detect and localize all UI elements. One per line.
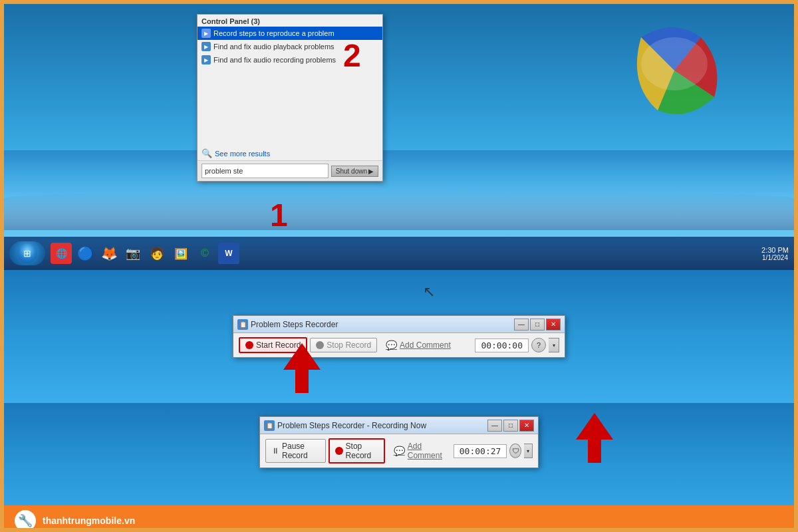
shutdown-button[interactable]: Shut down ▶ [331,166,378,177]
arrow-body-2 [588,440,601,463]
stop-record-red-dot-icon [335,447,343,455]
cp-item-label2: Find and fix audio playback problems [213,43,334,51]
taskbar-icon-chrome[interactable]: 🌐 [51,243,72,264]
psr-timer: 00:00:00 [475,338,529,352]
psr-app-icon: 📋 [237,319,248,330]
psr-recording-toolbar: ⏸ Pause Record Stop Record 💬 Add Comment… [260,434,538,467]
comment-icon: 💬 [386,340,397,350]
shutdown-label: Shut down [336,168,367,175]
taskbar-icon-firefox[interactable]: 🦊 [98,243,120,264]
taskbar: ⊞ 🌐 🔵 🦊 📷 🧑 🖼️ © W 2:30 PM 1/1/2024 [4,237,794,270]
step-label-2: 2 [343,37,361,74]
psr-title: Problem Steps Recorder [251,320,511,329]
psr-minimize-button[interactable]: — [514,319,529,331]
pause-record-button[interactable]: ⏸ Pause Record [265,439,326,463]
shutdown-arrow-icon: ▶ [368,168,374,175]
psr-recording-icon: 📋 [264,420,275,431]
taskbar-icon-7[interactable]: © [194,243,215,264]
cp-divider [198,66,382,146]
pause-label: Pause Record [282,442,320,460]
taskbar-clock: 2:30 PM 1/1/2024 [761,246,789,261]
see-more-link[interactable]: 🔍 See more results [198,146,382,160]
stop-record-active-label: Stop Record [346,442,378,460]
psr-recording-dropdown-button[interactable]: ▾ [524,444,533,458]
step-label-1: 1 [270,197,288,233]
clock-date: 1/1/2024 [761,254,789,261]
psr-window-recording: 📋 Problem Steps Recorder - Recording Now… [259,416,539,468]
cp-item-icon3: ▶ [201,55,211,65]
psr-recording-timer: 00:00:27 [454,444,507,458]
add-comment-label: Add Comment [400,340,451,350]
pause-icon: ⏸ [271,446,279,456]
desktop-landscape [4,150,794,230]
desktop-section: Control Panel (3) ▶ Record steps to repr… [4,4,794,270]
arrow-indicator [283,343,321,393]
see-more-label: See more results [215,150,270,158]
main-container: Control Panel (3) ▶ Record steps to repr… [4,4,794,528]
start-button[interactable]: ⊞ [9,241,45,265]
psr-restore-button[interactable]: □ [530,319,545,331]
search-bar: Shut down ▶ [198,160,382,181]
psr-recording-title: Problem Steps Recorder - Recording Now [277,421,485,430]
stop-record-active-button[interactable]: Stop Record [329,438,385,464]
recorder-active-section: 📋 Problem Steps Recorder - Recording Now… [4,403,794,532]
record-red-dot-icon [245,341,253,349]
psr-recording-controls: — □ ✕ [487,420,534,432]
taskbar-icon-6[interactable]: 🖼️ [170,243,192,264]
psr-recording-minimize-button[interactable]: — [487,420,502,432]
add-comment-recording-button[interactable]: 💬 Add Comment [388,439,451,463]
psr-titlebar: 📋 Problem Steps Recorder — □ ✕ [233,316,565,333]
cp-item-icon2: ▶ [201,42,211,51]
recorder-initial-section: ↖ 📋 Problem Steps Recorder — □ ✕ Start R… [4,270,794,403]
psr-window-controls: — □ ✕ [514,319,561,331]
clock-time: 2:30 PM [761,246,789,254]
search-input[interactable] [201,164,329,178]
psr-dropdown-button[interactable]: ▾ [549,338,559,352]
add-comment-recording-label: Add Comment [408,442,445,460]
psr-recording-help-button[interactable]: 🛡 [509,444,521,458]
cp-item-icon: ▶ [201,29,211,38]
bottom-logo-bar: 🔧 thanhtrungmobile.vn [4,505,794,532]
windows-logo [621,17,754,150]
psr-recording-close-button[interactable]: ✕ [519,420,534,432]
psr-recording-titlebar: 📋 Problem Steps Recorder - Recording Now… [260,417,538,434]
arrow-head-2 [576,413,613,440]
cp-title: Control Panel (3) [198,15,382,27]
arrow-body [295,370,309,393]
stop-record-label: Stop Record [327,340,371,350]
comment-recording-icon: 💬 [394,446,405,456]
taskbar-icon-5[interactable]: 🧑 [146,243,168,264]
search-small-icon: 🔍 [201,148,212,158]
cp-item-label: Record steps to reproduce a problem [213,29,334,37]
svg-point-0 [641,37,708,90]
psr-help-button[interactable]: ? [531,338,546,352]
add-comment-button[interactable]: 💬 Add Comment [380,337,457,353]
taskbar-icon-4[interactable]: 📷 [122,243,144,264]
shield-icon: 🛡 [512,447,519,455]
arrow-head [283,343,321,370]
taskbar-icon-word[interactable]: W [218,243,239,264]
start-orb: ⊞ [17,243,37,263]
psr-recording-restore-button[interactable]: □ [503,420,518,432]
brand-logo-icon: 🔧 [15,510,36,531]
cp-item-label3: Find and fix audio recording problems [213,56,336,64]
psr-close-button[interactable]: ✕ [546,319,561,331]
mouse-cursor-icon: ↖ [423,283,435,301]
psr-window-initial: 📋 Problem Steps Recorder — □ ✕ Start Rec… [233,315,565,358]
brand-logo-text: thanhtrungmobile.vn [43,515,135,526]
taskbar-icon-ie[interactable]: 🔵 [74,243,96,264]
